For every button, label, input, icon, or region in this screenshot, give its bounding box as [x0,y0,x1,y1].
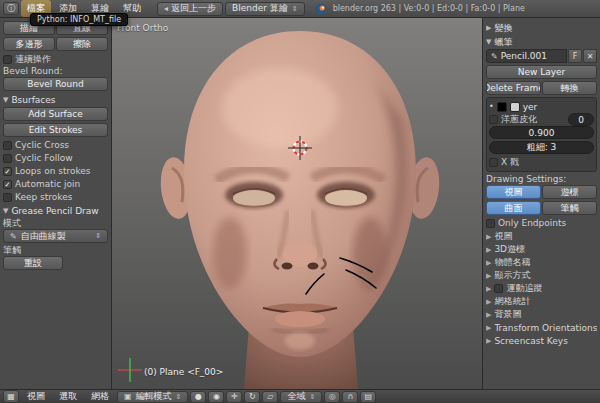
section-item-label: 物體名稱 [494,256,530,269]
layer-item[interactable]: • yer [489,100,594,113]
keep-strokes-label: Keep strokes [15,192,72,203]
section-mesh-statistics[interactable]: ▶ 網格統計 [486,295,597,308]
section-background-images[interactable]: ▶ 背景圖 [486,308,597,321]
section-screencast-keys[interactable]: ▶ Screencast Keys [486,334,597,347]
keep-strokes-checkbox[interactable] [3,193,12,202]
thickness-slider[interactable]: 粗細: 3 [489,141,594,154]
unlink-button[interactable]: ✕ [583,49,597,63]
loops-on-strokes-label: Loops on strokes [15,166,91,177]
mode-select[interactable]: ▣ 編輯模式 ⇕ [117,391,188,403]
layer-name[interactable]: yer [523,102,538,112]
render-engine-select[interactable]: Blender 算繪 ⇕ [225,2,305,16]
motion-tracking-checkbox[interactable] [494,284,503,293]
convert-button[interactable]: 轉換 [542,81,597,95]
new-layer-button[interactable]: New Layer [486,65,597,79]
continuous-option[interactable]: 連續操作 [3,53,108,66]
stroke-color-swatch[interactable] [497,102,507,112]
editor-type-button[interactable]: ⓘ [3,2,19,15]
cyclic-cross-option[interactable]: Cyclic Cross [3,139,108,152]
cyclic-cross-label: Cyclic Cross [15,140,69,151]
polygon-button[interactable]: 多邊形 [3,37,55,51]
gp-datablock: ✎ Pencil.001 F ✕ [486,49,597,63]
draw-to-surface-button[interactable]: 曲面 [486,201,541,215]
draw-to-view-button[interactable]: 視圖 [486,185,541,199]
bevel-round-select[interactable]: Bevel Round [3,77,108,91]
only-endpoints-option[interactable]: Only Endpoints [486,217,597,230]
viewport-canvas[interactable] [112,18,482,389]
edit-strokes-button[interactable]: Edit Strokes [3,123,108,137]
draw-mode-select[interactable]: ✎ 自由曲線製 ⇕ [3,229,108,243]
active-object-label: (0) Plane <F_00> [144,367,223,377]
gp-datablock-field[interactable]: ✎ Pencil.001 [486,49,567,63]
proportional-editing-button[interactable]: ◎ [324,391,340,403]
expand-icon: ▶ [486,24,491,32]
viewport-shading-button[interactable]: ● [190,391,206,403]
add-surface-button[interactable]: Add Surface [3,107,108,121]
onion-frames-field[interactable]: 0 [568,113,594,126]
section-transform-orientations[interactable]: ▶ Transform Orientations [486,321,597,334]
fake-user-button[interactable]: F [568,49,582,63]
reset-button[interactable]: 重設 [3,256,63,270]
manipulator-translate-button[interactable]: ✛ [226,391,242,403]
collapse-icon: ▼ [486,38,491,46]
dropdown-arrows-icon: ⇕ [95,232,101,240]
gp-draw-panel-header[interactable]: ▼ Grease Pencil Draw [3,204,108,218]
viewport-header: ▦ 視圖 選取 網格 ▣ 編輯模式 ⇕ ● ◉ ✛ ↻ ▱ 全域 ⇕ ◎ [0,389,600,403]
section-3d-cursor[interactable]: ▶ 3D遊標 [486,243,597,256]
viewport-3d[interactable]: Front Ortho (0) Plane <F_00> [112,18,482,389]
section-view[interactable]: ▶ 視圖 [486,230,597,243]
view3d-editor-icon: ▦ [7,392,15,401]
section-item[interactable]: ▶ 物體名稱 [486,256,597,269]
delete-frame-button[interactable]: Delete Frame [486,81,541,95]
continuous-checkbox[interactable] [3,55,12,64]
menu-view[interactable]: 視圖 [21,388,51,403]
proportional-icon: ◎ [329,392,336,401]
layer-list: • yer 洋蔥皮化 0 0.900 粗細: 3 [486,97,597,172]
manipulator-scale-button[interactable]: ▱ [262,391,278,403]
cyclic-follow-checkbox[interactable] [3,154,12,163]
x-stamp-checkbox[interactable] [489,158,498,167]
grease-pencil-panel-header[interactable]: ▼ 蠟筆 [486,35,597,49]
cyclic-follow-label: Cyclic Follow [15,153,73,164]
manipulator-rotate-button[interactable]: ↻ [244,391,260,403]
section-screencast-keys-label: Screencast Keys [494,336,568,346]
section-display[interactable]: ▶ 顯示方式 [486,269,597,282]
blender-logo-icon [315,3,327,15]
drawing-settings-label: Drawing Settings: [486,174,597,185]
snap-button[interactable]: ∩ [342,391,358,403]
expand-icon: ▶ [486,259,491,267]
bsurfaces-title: Bsurfaces [11,95,55,105]
loops-on-strokes-checkbox[interactable]: ✓ [3,167,12,176]
close-icon: ✕ [587,52,594,61]
dropdown-arrows-icon: ⇕ [176,393,182,401]
keep-strokes-option[interactable]: Keep strokes [3,191,108,204]
mode-select-label: 編輯模式 [136,390,172,403]
menu-mesh[interactable]: 網格 [85,388,115,403]
back-button[interactable]: ◂ 返回上一步 [157,2,223,16]
transform-panel-header[interactable]: ▶ 變換 [486,21,597,35]
only-endpoints-checkbox[interactable] [486,219,495,228]
fill-color-swatch[interactable] [510,102,520,112]
cyclic-follow-option[interactable]: Cyclic Follow [3,152,108,165]
opacity-slider[interactable]: 0.900 [489,126,594,139]
editor-type-button[interactable]: ▦ [3,390,19,403]
opengl-render-button[interactable]: ▤ [360,391,376,403]
bsurfaces-panel-header[interactable]: ▼ Bsurfaces [3,93,108,107]
section-motion-tracking[interactable]: ▶ 運動追蹤 [486,282,597,295]
transform-orientation-select[interactable]: 全域 ⇕ [280,391,322,403]
loops-on-strokes-option[interactable]: ✓ Loops on strokes [3,165,108,178]
x-stamp-option[interactable]: X 戳 [489,156,594,169]
erase-button[interactable]: 擦除 [56,37,108,51]
gp-draw-title: Grease Pencil Draw [11,206,98,216]
automatic-join-option[interactable]: ✓ Automatic join [3,178,108,191]
transform-title: 變換 [494,22,512,35]
automatic-join-checkbox[interactable]: ✓ [3,180,12,189]
draw-to-stroke-button[interactable]: 筆觸 [542,201,597,215]
menu-select[interactable]: 選取 [53,388,83,403]
cyclic-cross-checkbox[interactable] [3,141,12,150]
onion-skin-option[interactable]: 洋蔥皮化 0 [489,113,594,126]
pivot-point-button[interactable]: ◉ [208,391,224,403]
onion-skin-checkbox[interactable] [489,115,498,124]
expand-icon: ▶ [486,233,491,241]
draw-to-cursor-button[interactable]: 遊標 [542,185,597,199]
